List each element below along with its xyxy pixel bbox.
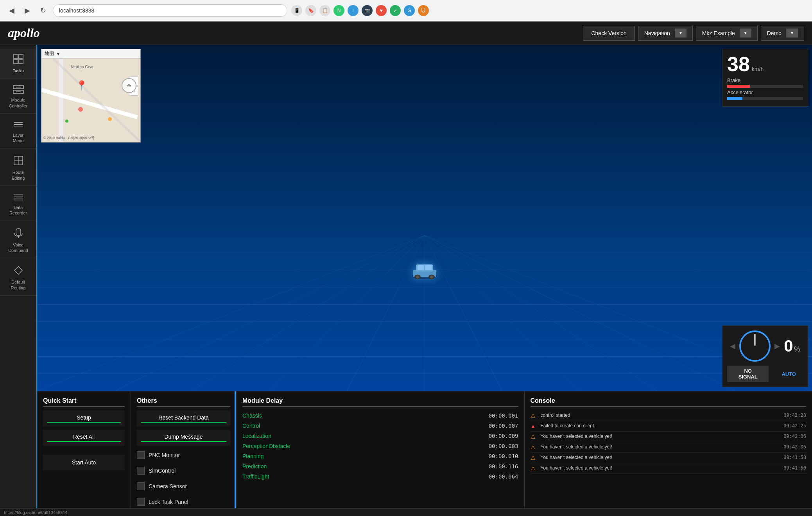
steering-angle-value: 0 bbox=[784, 337, 793, 355]
mkz-example-dropdown[interactable]: Mkz Example ▼ bbox=[696, 26, 758, 41]
browser-ext-2[interactable]: 🔖 bbox=[305, 5, 316, 16]
svg-line-32 bbox=[270, 235, 425, 391]
data-recorder-label: DataRecorder bbox=[9, 205, 27, 216]
header-controls: Check Version Navigation ▼ Mkz Example ▼… bbox=[583, 26, 804, 41]
sidebar-item-voice-command[interactable]: VoiceCommand bbox=[0, 223, 36, 259]
app-header: apollo Check Version Navigation ▼ Mkz Ex… bbox=[0, 21, 812, 45]
check-version-button[interactable]: Check Version bbox=[583, 26, 635, 41]
auto-button[interactable]: AUTO bbox=[774, 366, 803, 382]
console-message: You haven't selected a vehicle yet! bbox=[541, 434, 780, 439]
bottom-panels: Quick Start Setup Reset All Start Auto O… bbox=[37, 391, 812, 508]
map-zoom-controls[interactable]: ⊕ + − bbox=[129, 74, 138, 96]
svg-rect-53 bbox=[425, 265, 432, 270]
steering-needle bbox=[755, 334, 756, 346]
console-icon: ⚠ bbox=[531, 434, 538, 440]
layer-menu-label: LayerMenu bbox=[13, 132, 24, 144]
browser-ext-6[interactable]: 📷 bbox=[362, 5, 373, 16]
sidebar-item-module-controller[interactable]: ModuleController bbox=[0, 80, 36, 114]
svg-rect-3 bbox=[19, 59, 23, 64]
delay-module-name: PerceptionObstacle bbox=[242, 443, 290, 449]
quick-start-panel: Quick Start Setup Reset All Start Auto bbox=[37, 391, 131, 508]
lock-task-panel-toggle[interactable] bbox=[137, 498, 145, 506]
console-time: 09:42:06 bbox=[783, 434, 806, 439]
back-button[interactable]: ◀ bbox=[6, 5, 18, 16]
svg-line-37 bbox=[425, 235, 657, 391]
delay-row: Chassis00:00.001 bbox=[242, 411, 518, 421]
route-editing-label: RouteEditing bbox=[12, 170, 25, 181]
status-url: https://blog.csdn.net/u013468614 bbox=[4, 510, 68, 515]
speed-unit: km/h bbox=[752, 66, 764, 72]
start-auto-button[interactable]: Start Auto bbox=[43, 455, 125, 470]
setup-button[interactable]: Setup bbox=[43, 411, 125, 427]
sidebar-item-layer-menu[interactable]: LayerMenu bbox=[0, 116, 36, 149]
url-bar[interactable]: localhost:8888 bbox=[53, 4, 287, 17]
browser-bar: ◀ ▶ ↻ localhost:8888 📱 🔖 📋 N ↑ 📷 ♥ ✓ G U bbox=[0, 0, 812, 21]
pnc-monitor-toggle-row: PNC Monitor bbox=[137, 449, 230, 461]
svg-point-55 bbox=[416, 275, 419, 279]
brake-fill bbox=[727, 85, 750, 88]
refresh-button[interactable]: ↻ bbox=[37, 5, 49, 16]
sidebar-item-default-routing[interactable]: DefaultRouting bbox=[0, 260, 36, 296]
console-icon: ⚠ bbox=[531, 444, 538, 450]
delay-module-name: Planning bbox=[242, 453, 264, 459]
steering-right-arrow[interactable]: ▶ bbox=[774, 342, 780, 350]
svg-rect-18 bbox=[16, 229, 21, 236]
console-message: Failed to create can client. bbox=[541, 423, 780, 429]
default-routing-icon bbox=[13, 265, 24, 277]
route-editing-icon bbox=[13, 155, 24, 168]
delay-module-name: Control bbox=[242, 423, 260, 429]
map-overlay[interactable]: 地图 ▼ N bbox=[41, 49, 141, 143]
delay-value: 00:00.064 bbox=[489, 473, 518, 480]
dump-message-button[interactable]: Dump Message bbox=[137, 430, 230, 446]
demo-dropdown[interactable]: Demo ▼ bbox=[761, 26, 804, 41]
voice-command-label: VoiceCommand bbox=[8, 242, 28, 254]
forward-button[interactable]: ▶ bbox=[22, 5, 33, 16]
console-icon: ⚠ bbox=[531, 455, 538, 461]
map-roads-svg: NetApp Gear bbox=[41, 59, 140, 142]
browser-ext-5[interactable]: ↑ bbox=[348, 5, 358, 16]
3d-view: 地图 ▼ N bbox=[37, 45, 812, 391]
map-header: 地图 ▼ bbox=[41, 49, 140, 59]
map-nav-circle[interactable]: ⊕ bbox=[122, 78, 136, 93]
voice-command-icon bbox=[13, 228, 24, 240]
delay-value: 00:00.009 bbox=[489, 433, 518, 439]
svg-rect-2 bbox=[14, 59, 18, 64]
speed-panel: 38 km/h Brake Accelerator bbox=[722, 49, 808, 107]
accelerator-fill bbox=[727, 97, 742, 100]
steering-wheel bbox=[739, 330, 771, 362]
sidebar-item-route-editing[interactable]: RouteEditing bbox=[0, 150, 36, 186]
sidebar-item-data-recorder[interactable]: DataRecorder bbox=[0, 188, 36, 221]
browser-ext-1[interactable]: 📱 bbox=[291, 5, 302, 16]
mkz-dropdown-arrow: ▼ bbox=[740, 29, 751, 37]
browser-ext-7[interactable]: ♥ bbox=[376, 5, 387, 16]
others-title: Others bbox=[137, 397, 230, 407]
pnc-monitor-toggle[interactable] bbox=[137, 451, 145, 459]
console-icon: ⚠ bbox=[531, 412, 538, 419]
delay-row: Control00:00.007 bbox=[242, 421, 518, 431]
steering-percent: % bbox=[794, 345, 800, 354]
user-avatar[interactable]: U bbox=[418, 5, 429, 16]
pnc-monitor-label: PNC Monitor bbox=[149, 452, 180, 458]
browser-ext-8[interactable]: ✓ bbox=[390, 5, 401, 16]
browser-ext-4[interactable]: N bbox=[333, 5, 344, 16]
console-time: 09:41:58 bbox=[783, 455, 806, 460]
camera-sensor-toggle[interactable] bbox=[137, 482, 145, 490]
navigation-dropdown[interactable]: Navigation ▼ bbox=[638, 26, 693, 41]
delay-row: Prediction00:00.116 bbox=[242, 461, 518, 471]
console-time: 09:41:50 bbox=[783, 465, 806, 471]
steering-left-arrow[interactable]: ◀ bbox=[730, 342, 735, 350]
brake-bar bbox=[727, 85, 803, 88]
delay-module-name: Localization bbox=[242, 433, 271, 439]
browser-ext-3[interactable]: 📋 bbox=[319, 5, 330, 16]
lock-task-panel-toggle-row: Lock Task Panel bbox=[137, 496, 230, 508]
delay-value: 00:00.001 bbox=[489, 412, 518, 419]
no-signal-button[interactable]: NO SIGNAL bbox=[727, 366, 769, 382]
browser-ext-9[interactable]: G bbox=[404, 5, 415, 16]
reset-backend-button[interactable]: Reset Backend Data bbox=[137, 411, 230, 427]
delay-module-name: Prediction bbox=[242, 463, 267, 470]
reset-all-button[interactable]: Reset All bbox=[43, 430, 125, 446]
sidebar-item-tasks[interactable]: Tasks bbox=[0, 49, 36, 79]
simcontrol-toggle[interactable] bbox=[137, 467, 145, 475]
brake-label: Brake bbox=[727, 77, 803, 83]
simcontrol-toggle-row: SimControl bbox=[137, 464, 230, 477]
